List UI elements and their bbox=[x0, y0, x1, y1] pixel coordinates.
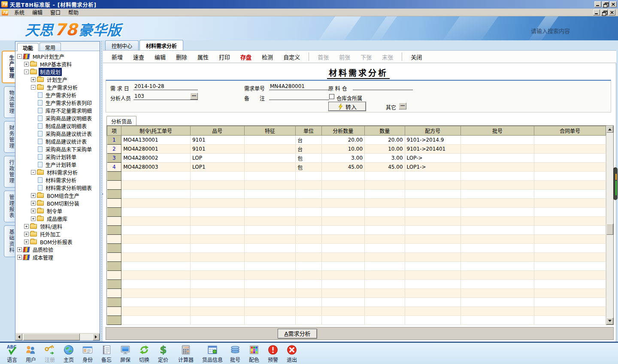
table-cell[interactable] bbox=[365, 316, 405, 325]
tree-node[interactable]: 采购商品未下采购单 bbox=[15, 145, 100, 153]
table-cell[interactable] bbox=[190, 280, 244, 289]
table-cell[interactable] bbox=[244, 172, 296, 181]
table-cell[interactable] bbox=[296, 208, 321, 217]
menu-item[interactable]: 系统 bbox=[10, 8, 28, 16]
table-cell[interactable] bbox=[121, 307, 191, 316]
table-cell[interactable] bbox=[321, 190, 365, 199]
table-cell[interactable] bbox=[365, 217, 405, 226]
table-cell[interactable] bbox=[461, 172, 534, 181]
table-cell[interactable] bbox=[405, 280, 461, 289]
table-cell[interactable] bbox=[461, 154, 534, 163]
table-cell[interactable] bbox=[321, 253, 365, 262]
table-cell[interactable] bbox=[365, 172, 405, 181]
table-cell[interactable] bbox=[461, 199, 534, 208]
row-header-cell[interactable] bbox=[107, 226, 121, 235]
table-cell[interactable] bbox=[190, 307, 244, 316]
menu-item[interactable]: 帮助 bbox=[64, 8, 82, 16]
table-cell[interactable] bbox=[461, 163, 534, 172]
table-cell[interactable] bbox=[405, 253, 461, 262]
table-cell[interactable] bbox=[405, 271, 461, 280]
table-cell[interactable] bbox=[461, 145, 534, 154]
table-cell[interactable] bbox=[461, 253, 534, 262]
child-restore-icon[interactable] bbox=[601, 9, 608, 15]
transfer-button[interactable]: 转入 bbox=[328, 102, 366, 111]
table-cell[interactable] bbox=[296, 181, 321, 190]
tree-node-label[interactable]: 制成品建议统计表 bbox=[44, 137, 88, 146]
table-cell[interactable]: MO4A280003 bbox=[121, 163, 191, 172]
tree-expander-icon[interactable]: + bbox=[31, 77, 36, 82]
tree-node[interactable]: - 制造规划 bbox=[15, 68, 100, 76]
tree-node-label[interactable]: 制成品建议明细表 bbox=[44, 122, 88, 130]
table-cell[interactable]: 10.00 bbox=[365, 145, 405, 154]
table-cell[interactable]: 9101 bbox=[190, 136, 244, 145]
row-header-cell[interactable] bbox=[107, 298, 121, 307]
table-cell[interactable] bbox=[190, 235, 244, 244]
table-cell[interactable]: 3.00 bbox=[365, 154, 405, 163]
table-cell[interactable] bbox=[121, 289, 191, 298]
tree-node[interactable]: 采购商品建议明细表 bbox=[15, 114, 100, 122]
tree-node[interactable]: - 材料需求分析 bbox=[15, 168, 100, 176]
table-cell[interactable] bbox=[405, 181, 461, 190]
table-cell[interactable] bbox=[534, 307, 606, 316]
table-cell[interactable] bbox=[190, 289, 244, 298]
table-cell[interactable] bbox=[321, 235, 365, 244]
toolbar-button[interactable]: 前张 bbox=[335, 51, 354, 63]
tree-node[interactable]: + 品质检验 bbox=[15, 246, 100, 253]
table-cell[interactable] bbox=[296, 235, 321, 244]
bottom-toolbar-item[interactable]: 预警 bbox=[264, 344, 282, 363]
row-header-cell[interactable] bbox=[107, 208, 121, 217]
table-cell[interactable]: LOP1 bbox=[190, 163, 244, 172]
table-cell[interactable] bbox=[121, 253, 191, 262]
table-cell[interactable]: 10.00 bbox=[321, 145, 365, 154]
table-cell[interactable] bbox=[534, 190, 606, 199]
table-cell[interactable] bbox=[296, 172, 321, 181]
column-header[interactable]: 批号 bbox=[461, 126, 534, 136]
table-cell[interactable] bbox=[190, 298, 244, 307]
tree-node-label[interactable]: 生产需求分析 bbox=[45, 83, 79, 91]
tree-node-label[interactable]: 品质检验 bbox=[31, 246, 55, 254]
table-cell[interactable] bbox=[461, 316, 534, 325]
table-cell[interactable] bbox=[244, 163, 296, 172]
table-cell[interactable] bbox=[461, 244, 534, 253]
child-minimize-icon[interactable] bbox=[593, 9, 600, 15]
bottom-toolbar-item[interactable]: 批号 bbox=[226, 344, 245, 363]
analyst-browse-button[interactable]: … bbox=[190, 93, 198, 100]
table-cell[interactable]: 9101->2014.9 bbox=[405, 136, 461, 145]
tree-expander-icon[interactable]: + bbox=[31, 209, 36, 213]
document-tab[interactable]: 控制中心 bbox=[105, 40, 139, 50]
tree-node-label[interactable]: 采购商品未下采购单 bbox=[44, 145, 93, 153]
grid-tab[interactable]: 分析货品 bbox=[106, 116, 136, 126]
tree-node-label[interactable]: 采购计划转单 bbox=[44, 153, 78, 161]
table-cell[interactable] bbox=[405, 172, 461, 181]
table-cell[interactable] bbox=[190, 262, 244, 271]
table-cell[interactable] bbox=[405, 289, 461, 298]
table-cell[interactable] bbox=[534, 181, 606, 190]
table-cell[interactable] bbox=[461, 262, 534, 271]
tree-node[interactable]: 采购商品建议统计表 bbox=[15, 130, 100, 137]
column-header[interactable]: 特征 bbox=[244, 126, 296, 136]
bottom-toolbar-item[interactable]: 身份 bbox=[78, 344, 97, 363]
table-cell[interactable] bbox=[534, 199, 606, 208]
table-cell[interactable] bbox=[296, 316, 321, 325]
tree-node[interactable]: 库存不足量需求明细 bbox=[15, 106, 100, 114]
module-tab[interactable]: 财务管理 bbox=[4, 121, 15, 153]
table-cell[interactable]: 9101 bbox=[190, 145, 244, 154]
tree-node-label[interactable]: BOM分析报表 bbox=[39, 238, 74, 246]
analyst-field[interactable]: 103 bbox=[133, 93, 198, 100]
table-cell[interactable]: 20.00 bbox=[365, 136, 405, 145]
table-cell[interactable] bbox=[405, 316, 461, 325]
table-cell[interactable] bbox=[365, 253, 405, 262]
table-cell[interactable] bbox=[534, 271, 606, 280]
table-cell[interactable] bbox=[534, 154, 606, 163]
bottom-toolbar-item[interactable]: ABC 语言 bbox=[3, 344, 21, 363]
table-cell[interactable] bbox=[321, 262, 365, 271]
table-cell[interactable] bbox=[244, 289, 296, 298]
table-cell[interactable] bbox=[190, 253, 244, 262]
toolbar-button[interactable]: 存盘 bbox=[236, 51, 256, 63]
column-header[interactable]: 配方号 bbox=[405, 126, 461, 136]
table-cell[interactable] bbox=[190, 217, 244, 226]
table-cell[interactable] bbox=[121, 244, 191, 253]
tree-expander-icon[interactable]: - bbox=[31, 85, 36, 90]
table-cell[interactable]: 包 bbox=[296, 163, 321, 172]
other-browse-button[interactable]: … bbox=[399, 103, 406, 109]
